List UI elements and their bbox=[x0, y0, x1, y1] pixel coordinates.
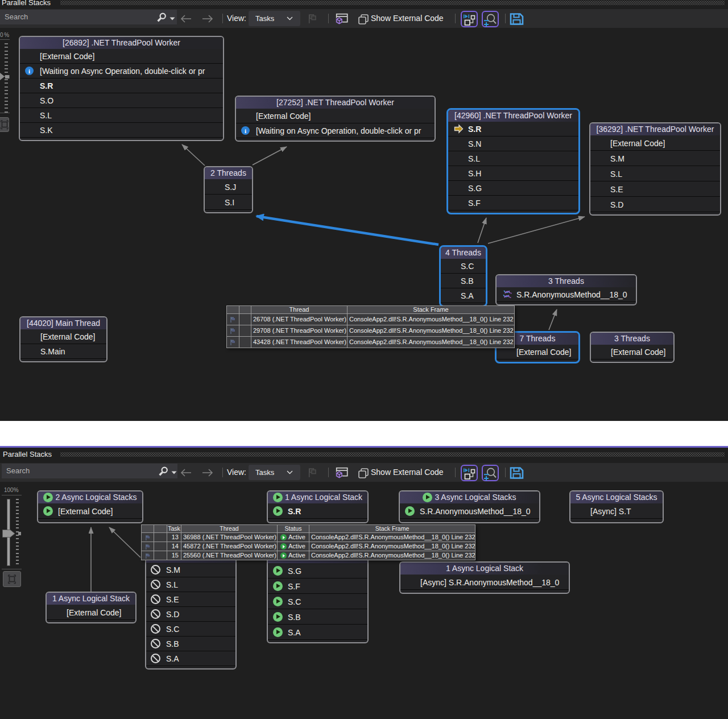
svg-text:i: i bbox=[28, 68, 30, 75]
svg-text:i: i bbox=[245, 127, 246, 134]
